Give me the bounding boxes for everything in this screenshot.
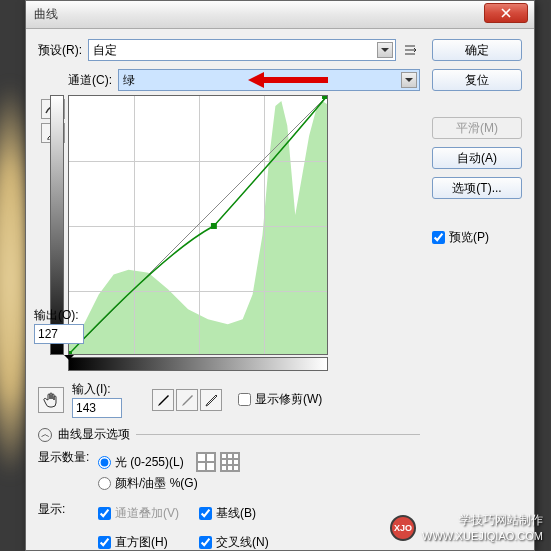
black-point-slider[interactable]: [64, 355, 74, 365]
preview-checkbox[interactable]: [432, 231, 445, 244]
auto-button[interactable]: 自动(A): [432, 147, 522, 169]
preset-dropdown[interactable]: 自定: [88, 39, 396, 61]
preset-menu-icon[interactable]: [400, 40, 420, 60]
grid-coarse-icon[interactable]: [196, 452, 216, 472]
pigment-radio[interactable]: [98, 477, 111, 490]
reset-button[interactable]: 复位: [432, 69, 522, 91]
chevron-down-icon[interactable]: [401, 72, 417, 88]
light-label: 光 (0-255)(L): [115, 454, 184, 471]
curve-path: [69, 96, 327, 354]
watermark-url: WWW.XUEJIQIAO.COM: [422, 529, 543, 543]
input-input[interactable]: [72, 398, 122, 418]
output-label: 输出(O):: [34, 307, 94, 324]
pigment-label: 颜料/油墨 %(G): [115, 475, 198, 492]
display-amount-label: 显示数量:: [38, 449, 98, 495]
baseline-label: 基线(B): [216, 505, 256, 522]
close-button[interactable]: [484, 3, 528, 23]
annotation-arrow: [248, 71, 328, 89]
chevron-down-icon[interactable]: [377, 42, 393, 58]
eyedropper-gray-icon[interactable]: [176, 389, 198, 411]
output-input[interactable]: [34, 324, 84, 344]
smooth-button: 平滑(M): [432, 117, 522, 139]
preview-label: 预览(P): [449, 229, 489, 246]
channel-overlay-checkbox[interactable]: [98, 507, 111, 520]
intersection-checkbox[interactable]: [199, 536, 212, 549]
eyedropper-white-icon[interactable]: [200, 389, 222, 411]
options-button[interactable]: 选项(T)...: [432, 177, 522, 199]
show-clipping-label: 显示修剪(W): [255, 391, 322, 408]
svg-rect-3: [322, 96, 327, 99]
show-label: 显示:: [38, 501, 98, 551]
show-clipping-checkbox[interactable]: [238, 393, 251, 406]
channel-label: 通道(C):: [68, 72, 112, 89]
ok-button[interactable]: 确定: [432, 39, 522, 61]
histogram-label: 直方图(H): [115, 534, 168, 551]
channel-value: 绿: [123, 72, 135, 89]
light-radio[interactable]: [98, 456, 111, 469]
svg-rect-2: [211, 223, 217, 229]
titlebar[interactable]: 曲线: [26, 1, 534, 29]
svg-rect-1: [69, 351, 72, 354]
preset-label: 预设(R):: [38, 42, 82, 59]
curves-graph[interactable]: [68, 95, 328, 355]
watermark-logo-icon: XJO: [390, 515, 416, 541]
eyedropper-black-icon[interactable]: [152, 389, 174, 411]
dialog-title: 曲线: [34, 6, 58, 23]
baseline-checkbox[interactable]: [199, 507, 212, 520]
channel-overlay-label: 通道叠加(V): [115, 505, 179, 522]
grid-fine-icon[interactable]: [220, 452, 240, 472]
input-gradient[interactable]: [68, 357, 328, 371]
hand-tool-icon[interactable]: [38, 387, 64, 413]
histogram-checkbox[interactable]: [98, 536, 111, 549]
preset-value: 自定: [93, 42, 117, 59]
curves-dialog: 曲线 预设(R): 自定 通道(C): 绿: [25, 0, 535, 551]
watermark-site: 学技巧网站制作: [422, 513, 543, 529]
section-collapse-icon[interactable]: ︿: [38, 428, 52, 442]
intersection-label: 交叉线(N): [216, 534, 269, 551]
watermark: XJO 学技巧网站制作 WWW.XUEJIQIAO.COM: [390, 513, 543, 543]
input-label: 输入(I):: [72, 381, 132, 398]
curve-options-label: 曲线显示选项: [58, 426, 130, 443]
